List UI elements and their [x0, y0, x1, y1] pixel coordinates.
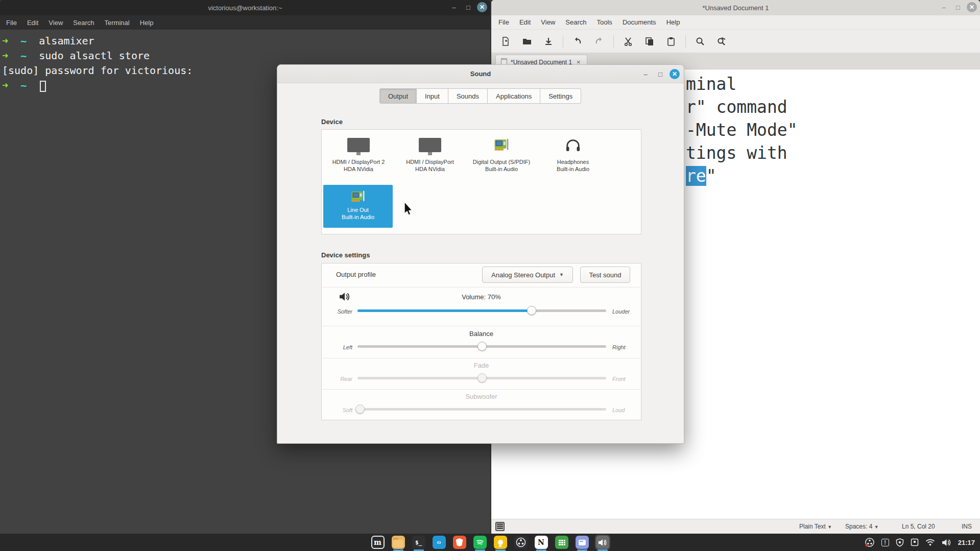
terminal-app-button[interactable]: $_ — [411, 535, 426, 550]
editor-titlebar[interactable]: *Unsaved Document 1 – □ ✕ — [491, 0, 980, 15]
terminal-maximize-button[interactable]: □ — [463, 4, 474, 11]
keyboard-icon[interactable] — [495, 522, 505, 531]
clipboard-alert-icon[interactable]: ! — [881, 539, 889, 546]
sound-settings-button[interactable] — [595, 535, 610, 550]
device-line-out-selected[interactable]: Line Out Built-in Audio — [323, 185, 393, 228]
device-digital-output-spdif[interactable]: Digital Output (S/PDIF) Built-in Audio — [467, 135, 536, 173]
device-name: Line Out — [323, 206, 393, 213]
tab-applications[interactable]: Applications — [488, 88, 540, 104]
editor-close-button[interactable]: ✕ — [967, 2, 977, 12]
volume-tray-icon[interactable] — [942, 539, 951, 546]
redo-button[interactable] — [592, 34, 606, 49]
clock[interactable]: 21:17 — [958, 539, 975, 546]
prompt-cwd: ~ — [20, 50, 27, 62]
wifi-icon[interactable] — [925, 539, 935, 546]
spotify-icon — [473, 536, 487, 549]
device-name: HDMI / DisplayPort — [395, 158, 465, 165]
copy-button[interactable] — [642, 34, 657, 49]
device-hdmi-displayport[interactable]: HDMI / DisplayPort HDA NVidia — [395, 135, 465, 173]
device-name: Digital Output (S/PDIF) — [467, 158, 536, 165]
prompt-cwd: ~ — [20, 35, 27, 47]
editor-menu-documents[interactable]: Documents — [623, 18, 656, 26]
vscode-button[interactable]: ‹› — [432, 535, 447, 550]
editor-toolbar — [491, 30, 980, 53]
terminal-menu-view[interactable]: View — [49, 19, 63, 27]
terminal-titlebar[interactable]: victorious@workstation:~ – □ ✕ — [0, 0, 490, 15]
save-button[interactable] — [541, 34, 556, 49]
new-document-button[interactable] — [498, 34, 513, 49]
obs-studio-button[interactable] — [513, 535, 529, 550]
sound-maximize-button[interactable]: □ — [655, 70, 666, 78]
notes-app-button[interactable] — [493, 535, 508, 550]
prompt-cwd: ~ — [20, 79, 27, 91]
paste-button[interactable] — [664, 34, 678, 49]
device-hdmi-displayport-2[interactable]: HDMI / DisplayPort 2 HDA NVidia — [324, 135, 393, 173]
lightbulb-icon — [494, 536, 507, 549]
sound-card-icon — [467, 135, 536, 155]
container-box-icon[interactable] — [911, 538, 919, 546]
undo-button[interactable] — [570, 34, 585, 49]
terminal-menu-search[interactable]: Search — [73, 19, 94, 27]
chevron-down-icon: ▼ — [559, 272, 564, 277]
editor-maximize-button[interactable]: □ — [952, 4, 964, 11]
obs-icon — [514, 536, 528, 549]
shield-icon[interactable] — [896, 538, 904, 547]
editor-menu-help[interactable]: Help — [666, 18, 680, 26]
mint-menu-button[interactable]: m — [370, 535, 386, 550]
cut-button[interactable] — [621, 34, 635, 49]
monitor-icon — [347, 138, 370, 152]
volume-softer-label: Softer — [322, 308, 352, 315]
test-sound-button[interactable]: Test sound — [580, 267, 630, 283]
editor-minimize-button[interactable]: – — [938, 4, 949, 11]
balance-right-label: Right — [612, 344, 626, 350]
terminal-command: sudo alsactl store — [39, 50, 150, 62]
find-replace-button[interactable] — [714, 34, 729, 49]
device-headphones[interactable]: Headphones Built-in Audio — [538, 135, 608, 173]
terminal-line: ➜ ~ alsamixer — [2, 34, 490, 49]
language-selector[interactable]: Plain Text ▼ — [799, 523, 832, 530]
prompt-arrow-icon: ➜ — [2, 35, 8, 47]
spotify-button[interactable] — [472, 535, 488, 550]
media-app-button[interactable] — [575, 535, 590, 550]
notion-button[interactable]: N — [534, 535, 549, 550]
brave-browser-button[interactable] — [452, 535, 467, 550]
chevron-down-icon: ▼ — [827, 524, 832, 530]
terminal-menubar: File Edit View Search Terminal Help — [0, 15, 490, 30]
terminal-close-button[interactable]: ✕ — [477, 2, 487, 12]
editor-menu-file[interactable]: File — [498, 18, 509, 26]
open-button[interactable] — [520, 34, 534, 49]
editor-menu-view[interactable]: View — [541, 18, 555, 26]
tab-input[interactable]: Input — [417, 88, 448, 104]
obs-tray-icon[interactable] — [865, 537, 875, 547]
balance-slider-track[interactable] — [357, 345, 606, 348]
editor-menu-tools[interactable]: Tools — [597, 18, 612, 26]
find-button[interactable] — [693, 34, 707, 49]
volume-louder-label: Louder — [612, 308, 630, 315]
terminal-menu-help[interactable]: Help — [140, 19, 154, 27]
output-profile-label: Output profile — [336, 271, 376, 278]
system-tray: ! 21:17 — [865, 537, 975, 547]
editor-menu-search[interactable]: Search — [565, 18, 586, 26]
tab-sounds[interactable]: Sounds — [448, 88, 488, 104]
volume-slider-track[interactable] — [357, 309, 606, 312]
tab-output[interactable]: Output — [379, 88, 417, 104]
spreadsheet-app-button[interactable] — [554, 535, 569, 550]
document-line: tings with — [686, 143, 787, 163]
editor-menu-edit[interactable]: Edit — [519, 18, 531, 26]
terminal-minimize-button[interactable]: – — [448, 4, 460, 11]
terminal-menu-edit[interactable]: Edit — [27, 19, 38, 27]
output-profile-dropdown[interactable]: Analog Stereo Output ▼ — [482, 267, 573, 283]
terminal-menu-terminal[interactable]: Terminal — [105, 19, 130, 27]
spaces-selector[interactable]: Spaces: 4 ▼ — [845, 523, 879, 530]
sound-close-button[interactable]: ✕ — [670, 69, 680, 79]
terminal-menu-file[interactable]: File — [6, 19, 17, 27]
folder-icon — [392, 536, 405, 549]
sound-minimize-button[interactable]: – — [640, 70, 651, 78]
tab-settings[interactable]: Settings — [540, 88, 581, 104]
brave-icon — [453, 536, 466, 549]
sound-titlebar[interactable]: Sound – □ ✕ — [277, 65, 684, 83]
file-manager-button[interactable] — [391, 535, 406, 550]
volume-slider-handle[interactable] — [527, 306, 536, 315]
selected-text: re — [686, 166, 706, 186]
balance-slider-handle[interactable] — [477, 342, 487, 351]
